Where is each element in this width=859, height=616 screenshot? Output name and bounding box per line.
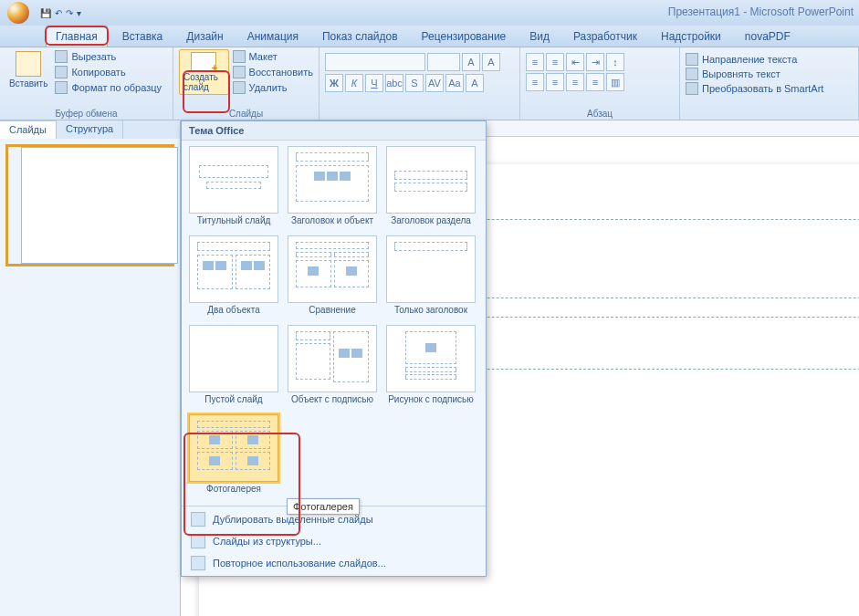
slide-thumb-image <box>21 147 178 264</box>
tab-addins[interactable]: Надстройки <box>652 26 730 47</box>
group-slides: Создать слайд Макет Восстановить Удалить… <box>173 47 320 120</box>
tab-developer[interactable]: Разработчик <box>564 26 646 47</box>
align-justify-icon[interactable]: ≡ <box>586 73 604 91</box>
layout-content-caption[interactable]: Объект с подписью <box>286 325 379 411</box>
font-toolbar-top: A A <box>325 53 514 71</box>
group-clipboard: Вставить Вырезать Копировать Формат по о… <box>0 47 173 120</box>
shrink-font-icon[interactable]: A <box>482 53 500 71</box>
textdir-icon <box>686 53 698 66</box>
gallery-footer: Дублировать выделенные слайды Слайды из … <box>182 506 486 576</box>
aligntext-icon <box>686 68 698 80</box>
spacing-icon[interactable]: AV <box>425 74 444 92</box>
undo-icon[interactable]: ↶ <box>55 8 62 18</box>
new-slide-label: Создать слайд <box>183 72 225 92</box>
para-bottom: ≡ ≡ ≡ ≡ ▥ <box>526 73 674 91</box>
reuse-slides[interactable]: Повторное использование слайдов... <box>182 552 486 574</box>
reset-button[interactable]: Восстановить <box>233 65 313 79</box>
tab-design[interactable]: Дизайн <box>177 26 232 47</box>
font-toolbar-bottom: Ж К Ч abc S AV Aa A <box>325 74 514 92</box>
slides-from-outline[interactable]: Слайды из структуры... <box>182 530 486 552</box>
new-slide-icon <box>191 52 216 72</box>
outline-icon <box>191 534 205 548</box>
tab-insert[interactable]: Вставка <box>113 26 173 47</box>
left-pane-tabs: Слайды Структура <box>0 120 180 139</box>
layout-picture-caption[interactable]: Рисунок с подписью <box>384 325 477 411</box>
grow-font-icon[interactable]: A <box>462 53 480 71</box>
left-pane: Слайды Структура 1 <box>0 120 181 616</box>
align-left-icon[interactable]: ≡ <box>526 73 544 91</box>
tab-animation[interactable]: Анимация <box>238 26 308 47</box>
layout-icon <box>233 50 246 63</box>
bullets-icon[interactable]: ≡ <box>526 53 544 71</box>
tab-slides-pane[interactable]: Слайды <box>0 120 57 139</box>
cut-button[interactable]: Вырезать <box>55 49 162 64</box>
title-bar: 💾 ↶ ↷ ▾ Презентация1 - Microsoft PowerPo… <box>0 0 859 26</box>
format-painter-button[interactable]: Формат по образцу <box>55 80 162 95</box>
layout-section-header[interactable]: Заголовок раздела <box>384 146 477 232</box>
line-spacing-icon[interactable]: ↕ <box>606 53 624 71</box>
reset-icon <box>233 66 246 78</box>
layout-button[interactable]: Макет <box>233 49 313 64</box>
smartart-button[interactable]: Преобразовать в SmartArt <box>686 82 853 95</box>
indent-inc-icon[interactable]: ⇥ <box>586 53 604 71</box>
columns-icon[interactable]: ▥ <box>606 73 624 91</box>
layout-two-content[interactable]: Два объекта <box>187 235 280 321</box>
brush-icon <box>55 81 68 94</box>
layout-blank[interactable]: Пустой слайд <box>187 325 280 411</box>
tab-slideshow[interactable]: Показ слайдов <box>313 26 407 47</box>
qat-more-icon[interactable]: ▾ <box>77 8 81 18</box>
align-text-button[interactable]: Выровнять текст <box>686 68 853 80</box>
layout-photo-gallery[interactable]: Фотогалерея <box>187 414 280 500</box>
window-title: Презентация1 - Microsoft PowerPoint <box>668 5 854 18</box>
delete-button[interactable]: Удалить <box>233 80 313 95</box>
tooltip: Фотогалерея <box>287 498 360 515</box>
gallery-grid: Титульный слайд Заголовок и объект Загол… <box>182 141 486 506</box>
smartart-icon <box>686 82 698 95</box>
delete-icon <box>233 81 246 94</box>
font-color-icon[interactable]: A <box>466 74 484 92</box>
slide-thumb-1[interactable]: 1 <box>5 144 174 266</box>
group-label-font <box>325 108 514 119</box>
thumbnail-list: 1 <box>0 139 180 272</box>
italic-icon[interactable]: К <box>345 74 363 92</box>
layout-comparison[interactable]: Сравнение <box>286 235 379 321</box>
copy-icon <box>55 66 68 78</box>
copy-button[interactable]: Копировать <box>55 65 162 79</box>
redo-icon[interactable]: ↷ <box>66 8 73 18</box>
strike-icon[interactable]: abc <box>385 74 403 92</box>
ribbon-tabs: Главная Вставка Дизайн Анимация Показ сл… <box>0 26 859 47</box>
align-center-icon[interactable]: ≡ <box>546 73 564 91</box>
cut-icon <box>55 50 68 63</box>
numbering-icon[interactable]: ≡ <box>546 53 564 71</box>
font-family[interactable] <box>325 53 425 71</box>
office-button[interactable] <box>2 0 35 26</box>
align-right-icon[interactable]: ≡ <box>566 73 584 91</box>
tab-view[interactable]: Вид <box>520 26 559 47</box>
para-top: ≡ ≡ ⇤ ⇥ ↕ <box>526 53 674 71</box>
save-icon[interactable]: 💾 <box>40 8 51 18</box>
layout-title-slide[interactable]: Титульный слайд <box>187 146 280 232</box>
duplicate-icon <box>191 512 205 527</box>
paste-label: Вставить <box>9 78 47 89</box>
group-paragraph: ≡ ≡ ⇤ ⇥ ↕ ≡ ≡ ≡ ≡ ▥ Абзац <box>520 47 680 120</box>
tab-outline-pane[interactable]: Структура <box>57 120 123 139</box>
paste-button[interactable]: Вставить <box>5 49 51 95</box>
quick-access-toolbar[interactable]: 💾 ↶ ↷ ▾ <box>40 8 81 18</box>
bold-icon[interactable]: Ж <box>325 74 343 92</box>
new-slide-button[interactable]: Создать слайд <box>179 49 229 95</box>
shadow-icon[interactable]: S <box>405 74 424 92</box>
indent-dec-icon[interactable]: ⇤ <box>566 53 584 71</box>
tab-review[interactable]: Рецензирование <box>413 26 516 47</box>
ribbon: Вставить Вырезать Копировать Формат по о… <box>0 47 859 120</box>
case-icon[interactable]: Aa <box>445 74 464 92</box>
reuse-icon <box>191 556 205 570</box>
font-size[interactable] <box>427 53 460 71</box>
group-label-clipboard: Буфер обмена <box>5 108 167 119</box>
underline-icon[interactable]: Ч <box>365 74 383 92</box>
paste-icon <box>16 51 41 77</box>
text-direction-button[interactable]: Направление текста <box>686 53 853 66</box>
tab-novapdf[interactable]: novaPDF <box>736 26 800 47</box>
tab-home[interactable]: Главная <box>46 26 108 47</box>
layout-title-content[interactable]: Заголовок и объект <box>286 146 379 232</box>
layout-title-only[interactable]: Только заголовок <box>384 235 477 321</box>
